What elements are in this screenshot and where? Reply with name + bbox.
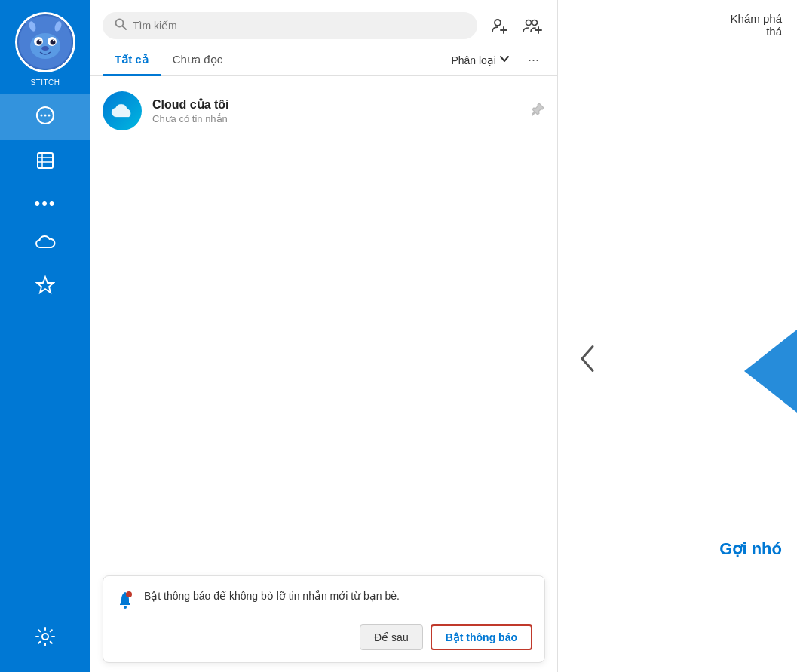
search-box[interactable] (103, 12, 477, 39)
chevron-left-button[interactable] (573, 339, 602, 383)
conversation-list: Cloud của tôi Chưa có tin nhắn (90, 76, 557, 566)
cloud-nav-icon (35, 233, 56, 254)
svg-point-33 (126, 591, 132, 597)
svg-point-16 (48, 115, 51, 117)
avatar-image (17, 14, 73, 70)
notification-banner: Bật thông báo để không bỏ lỡ tin nhắn mớ… (103, 575, 545, 663)
sidebar-item-contacts[interactable] (0, 140, 90, 185)
sidebar-item-more[interactable]: ••• (0, 185, 90, 222)
cta-label: Gợi nhó (719, 539, 782, 559)
svg-point-15 (44, 115, 47, 117)
toolbar-icons (486, 13, 545, 38)
svg-marker-21 (37, 277, 54, 293)
svg-point-28 (526, 20, 532, 26)
sidebar-item-settings[interactable] (0, 616, 90, 660)
notification-content: Bật thông báo để không bỏ lỡ tin nhắn mớ… (115, 588, 532, 614)
more-icon: ••• (34, 195, 56, 212)
tabs-row: Tất cả Chưa đọc Phân loại ··· (90, 45, 557, 76)
svg-marker-34 (744, 330, 797, 413)
svg-line-24 (123, 26, 127, 30)
right-header: Khám phá thá (558, 0, 797, 50)
sort-label: Phân loại (451, 54, 496, 66)
contacts-icon (35, 150, 56, 174)
main-panel: Tất cả Chưa đọc Phân loại ··· (90, 0, 558, 672)
conversation-item[interactable]: Cloud của tôi Chưa có tin nhắn (90, 82, 557, 140)
search-icon (115, 18, 127, 33)
tab-all[interactable]: Tất cả (103, 45, 161, 76)
svg-point-32 (124, 606, 127, 609)
later-button[interactable]: Để sau (360, 624, 423, 650)
decorative-triangle (737, 330, 797, 405)
conversation-info: Cloud của tôi Chưa có tin nhắn (152, 97, 521, 124)
bell-icon (115, 590, 135, 614)
notification-actions: Để sau Bật thông báo (115, 624, 532, 650)
search-input[interactable] (133, 20, 465, 32)
add-group-button[interactable] (520, 13, 545, 38)
svg-point-22 (42, 634, 48, 640)
conversation-preview: Chưa có tin nhắn (152, 113, 521, 124)
star-icon (35, 275, 55, 298)
svg-point-29 (532, 20, 538, 26)
sidebar-item-favorites[interactable] (0, 265, 90, 308)
tabs-right: Phân loại ··· (445, 49, 545, 71)
stitch-svg (19, 16, 72, 69)
sidebar: STITCH ••• (0, 0, 90, 672)
header-line2: thá (573, 25, 782, 38)
sidebar-bottom (0, 616, 90, 672)
settings-icon (35, 627, 55, 649)
svg-point-11 (53, 40, 54, 41)
more-options-button[interactable]: ··· (522, 49, 545, 71)
header-line1: Khám phá (573, 12, 782, 25)
right-content: Gợi nhó (558, 50, 797, 672)
chevron-down-icon (499, 54, 510, 66)
pin-icon[interactable] (532, 103, 545, 120)
enable-notifications-button[interactable]: Bật thông báo (431, 624, 532, 650)
sidebar-item-chat[interactable] (0, 94, 90, 140)
svg-rect-17 (38, 153, 53, 168)
avatar[interactable] (15, 12, 75, 72)
tab-unread[interactable]: Chưa đọc (161, 45, 235, 76)
right-panel: Khám phá thá Gợi nhó (558, 0, 797, 672)
tabs-left: Tất cả Chưa đọc (103, 45, 235, 75)
chat-icon (35, 105, 56, 129)
conversation-name: Cloud của tôi (152, 97, 521, 112)
svg-point-25 (495, 20, 501, 26)
svg-point-10 (39, 40, 41, 41)
avatar-label: STITCH (30, 78, 60, 87)
svg-point-14 (41, 115, 43, 117)
notification-text: Bật thông báo để không bỏ lỡ tin nhắn mớ… (144, 588, 400, 604)
svg-point-12 (41, 46, 49, 51)
sidebar-item-cloud[interactable] (0, 222, 90, 265)
search-bar-row (90, 0, 557, 45)
cloud-avatar (103, 91, 142, 130)
sidebar-nav: ••• (0, 94, 90, 616)
add-contact-button[interactable] (486, 13, 512, 38)
sort-button[interactable]: Phân loại (445, 51, 516, 69)
